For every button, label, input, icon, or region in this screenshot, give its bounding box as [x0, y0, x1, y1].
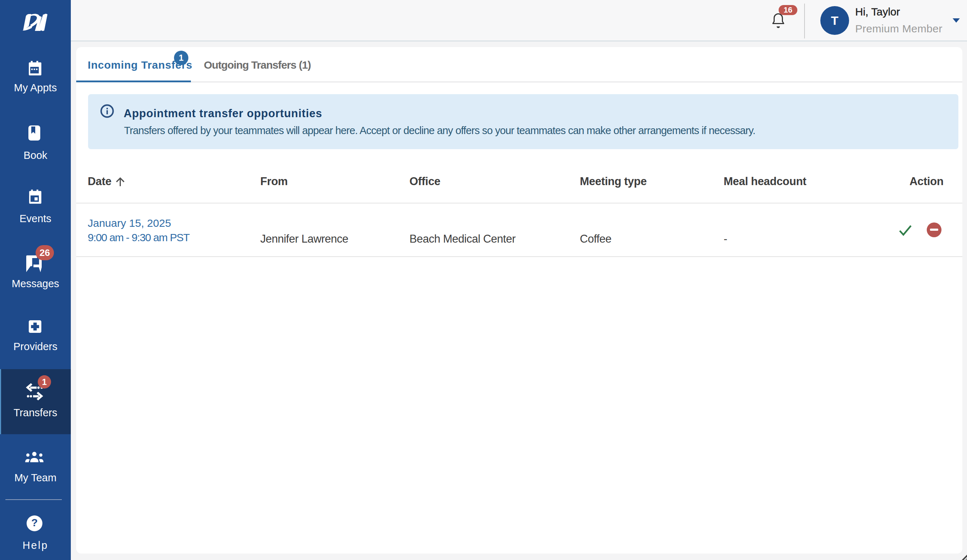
svg-text:?: ? [31, 517, 38, 529]
